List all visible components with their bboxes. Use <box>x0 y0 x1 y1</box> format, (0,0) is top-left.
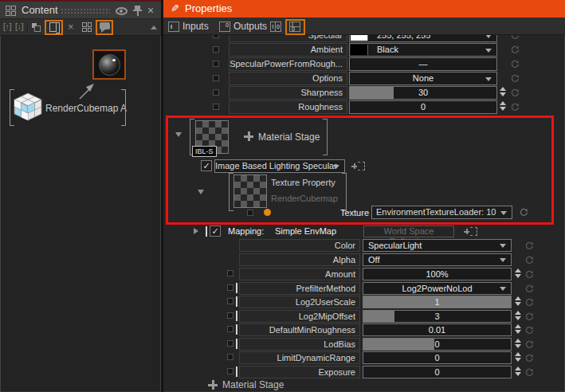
row-value: Log2PowerNoLod <box>363 283 511 294</box>
inputs-label[interactable]: Inputs <box>182 21 209 33</box>
row-checkbox[interactable] <box>213 104 219 110</box>
row-checkbox[interactable] <box>213 61 219 67</box>
toolbar-separator <box>27 22 28 33</box>
row-field[interactable]: Black <box>349 43 497 57</box>
row-spinner[interactable] <box>515 339 522 348</box>
reset-icon[interactable] <box>525 354 534 363</box>
row-spinner[interactable] <box>515 352 522 362</box>
export-icon[interactable]: [↑] <box>3 19 12 35</box>
row-checkbox[interactable] <box>227 354 233 360</box>
reset-icon[interactable] <box>525 298 534 307</box>
row-label: SpecularPowerFromRough... <box>229 57 347 71</box>
reset-icon[interactable] <box>511 60 520 69</box>
visibility-eye-icon[interactable] <box>116 7 128 15</box>
row-checkbox[interactable] <box>213 89 219 96</box>
reset-icon[interactable] <box>525 326 534 335</box>
pin-icon[interactable] <box>133 6 142 16</box>
row-field[interactable]: 100% <box>363 268 512 280</box>
row-spinner[interactable] <box>515 269 522 278</box>
row-field[interactable]: — <box>349 57 497 71</box>
reset-icon[interactable] <box>525 256 534 265</box>
row-checkbox[interactable] <box>213 75 219 81</box>
row-value: 0.01 <box>363 324 511 335</box>
reset-icon[interactable] <box>525 312 534 321</box>
inputs-icon[interactable]: I <box>168 22 179 32</box>
reset-icon[interactable] <box>525 340 534 349</box>
row-spinner[interactable] <box>515 324 522 334</box>
row-checkbox[interactable] <box>227 270 233 276</box>
row-label: Ambient <box>229 43 347 57</box>
row-checkbox[interactable] <box>227 368 233 374</box>
row-field[interactable]: None <box>349 72 497 85</box>
row-field[interactable]: 3 <box>363 310 512 323</box>
modified-marker <box>236 367 237 377</box>
reset-icon[interactable] <box>511 74 520 83</box>
color-swatch <box>351 45 368 55</box>
row-value: Off <box>363 254 496 265</box>
row-field[interactable]: 0 <box>349 100 497 114</box>
close-icon[interactable]: × <box>147 5 154 16</box>
row-checkbox[interactable] <box>213 46 219 53</box>
split-vertical-icon[interactable]: I0 <box>270 22 281 32</box>
row-checkbox[interactable] <box>227 298 233 304</box>
pencil-icon: ✎ <box>171 2 179 15</box>
row-field[interactable]: Off <box>363 253 512 266</box>
row-label: LodBias <box>239 338 360 351</box>
row-checkbox[interactable] <box>227 284 233 291</box>
chevron-down-icon <box>485 49 492 53</box>
properties-toolbar: I Inputs 0 Outputs I0 I0 <box>163 18 565 35</box>
content-titlebar[interactable]: Content × <box>0 2 161 19</box>
outputs-label[interactable]: Outputs <box>233 21 267 33</box>
content-toolbar: [↑] [↓] × <box>0 19 161 36</box>
collapse-toolbar-icon[interactable] <box>151 25 157 29</box>
content-panel-title: Content <box>22 2 58 19</box>
row-spinner[interactable] <box>515 311 522 320</box>
chevron-down-icon <box>500 258 506 262</box>
row-label: Roughness <box>229 100 347 114</box>
row-field[interactable]: 0 <box>363 351 512 364</box>
row-label: Color <box>239 239 360 252</box>
row-spinner[interactable] <box>515 367 522 376</box>
outputs-icon[interactable]: 0 <box>219 22 230 32</box>
align-icon[interactable] <box>32 23 41 32</box>
reset-icon[interactable] <box>511 45 520 54</box>
row-field[interactable]: 30 <box>349 86 497 100</box>
reset-icon[interactable] <box>525 270 534 279</box>
row-value: 30 <box>350 87 496 99</box>
reset-icon[interactable] <box>511 88 520 97</box>
reset-icon[interactable] <box>525 241 534 250</box>
row-field[interactable]: Log2PowerNoLod <box>363 282 512 295</box>
row-checkbox[interactable] <box>227 312 233 319</box>
row-field[interactable]: 0 <box>363 338 512 351</box>
properties-panel-title: Properties <box>185 0 232 18</box>
row-checkbox[interactable] <box>227 340 233 347</box>
annotation-box-duplicate <box>45 20 63 35</box>
annotation-box-split <box>285 19 305 35</box>
fit-view-icon[interactable]: × <box>68 19 74 35</box>
top-accent-strip <box>0 0 161 2</box>
row-spinner[interactable] <box>500 101 507 111</box>
reset-icon[interactable] <box>525 284 534 293</box>
reset-icon[interactable] <box>525 368 534 377</box>
properties-titlebar[interactable]: ✎ Properties <box>163 0 565 18</box>
row-field[interactable]: 1 <box>363 296 512 308</box>
row-label: LimitDynamicRange <box>239 351 360 364</box>
modified-marker <box>236 283 237 293</box>
grid-view-icon[interactable] <box>82 22 92 32</box>
row-checkbox[interactable] <box>227 326 233 332</box>
row-field[interactable]: SpecularLight <box>363 239 512 252</box>
row-field[interactable]: 0.01 <box>363 323 512 336</box>
row-value: None <box>350 73 496 84</box>
drag-handle-dots[interactable] <box>61 8 110 14</box>
app-window: Content × [↑] [↓] × RenderCubemap A <box>0 0 565 392</box>
reset-icon[interactable] <box>511 103 520 112</box>
row-spinner[interactable] <box>515 296 522 306</box>
row-spinner[interactable] <box>500 87 507 96</box>
row-field[interactable]: 0 <box>363 366 512 378</box>
row-value: 0 <box>363 367 511 378</box>
import-icon[interactable]: [↓] <box>15 19 24 35</box>
modified-marker <box>236 311 237 321</box>
annotation-box-comment <box>96 20 113 35</box>
row-value: Black <box>372 44 482 56</box>
row-label: Log2UserScale <box>239 296 360 308</box>
